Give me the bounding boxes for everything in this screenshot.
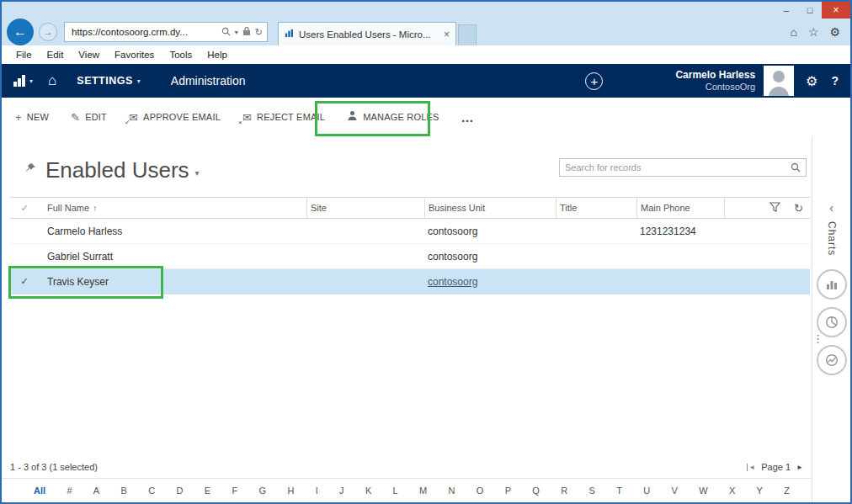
jump-letter-c[interactable]: C [148, 485, 155, 496]
chevron-down-icon[interactable]: ▾ [235, 29, 238, 36]
browser-forward-button[interactable]: → [39, 23, 57, 41]
url-text[interactable]: https://contosoorg.crm.dy... [72, 27, 221, 37]
nav-settings[interactable]: SETTINGS [77, 75, 133, 87]
reject-email-button[interactable]: ✉×REJECT EMAIL [242, 111, 325, 124]
menu-view[interactable]: View [71, 50, 107, 60]
window-minimize-button[interactable]: – [775, 2, 798, 19]
jump-letter-l[interactable]: L [393, 485, 398, 496]
jump-letter-j[interactable]: J [339, 485, 344, 496]
settings-chevron-icon[interactable]: ▾ [137, 77, 141, 85]
jump-letter-b[interactable]: B [121, 485, 127, 496]
window-maximize-button[interactable]: □ [798, 2, 822, 19]
browser-back-button[interactable]: ← [7, 19, 34, 45]
bar-chart-icon[interactable] [817, 269, 847, 300]
user-info[interactable]: Carmelo Harless ContosoOrg [675, 69, 755, 93]
jump-letter-z[interactable]: Z [784, 485, 790, 496]
browser-tab[interactable]: Users Enabled Users - Micro... × [278, 22, 456, 45]
avatar[interactable] [764, 66, 794, 96]
line-chart-icon[interactable] [817, 345, 847, 375]
cell-full-name[interactable]: Travis Keyser [39, 269, 306, 294]
settings-gear-icon[interactable]: ⚙ [829, 25, 840, 39]
search-magnifier-icon[interactable] [785, 162, 806, 172]
jump-letter-f[interactable]: F [232, 485, 237, 496]
jump-letter-p[interactable]: P [505, 485, 511, 496]
tab-close-icon[interactable]: × [444, 29, 450, 40]
new-button[interactable]: +NEW [15, 111, 49, 124]
jump-letter-e[interactable]: E [205, 485, 210, 496]
manage-roles-button[interactable]: MANAGE ROLES [347, 110, 439, 124]
cell-full-name[interactable]: Carmelo Harless [39, 219, 306, 243]
table-row[interactable]: Carmelo Harlesscontosoorg1231231234 [10, 219, 810, 244]
dynamics-logo-icon[interactable] [13, 75, 25, 87]
jump-letter-h[interactable]: H [287, 485, 294, 496]
window-close-button[interactable]: × [822, 2, 850, 19]
edit-button[interactable]: ✎EDIT [71, 111, 107, 124]
search-input[interactable] [560, 162, 785, 172]
jump-letter-s[interactable]: S [589, 485, 595, 496]
next-page-button[interactable]: ► [796, 464, 803, 471]
jump-letter-i[interactable]: I [316, 485, 318, 496]
first-page-button[interactable]: ◄ [747, 464, 755, 471]
jump-letter-m[interactable]: M [419, 485, 427, 496]
page-refresh-icon[interactable]: ↻ [255, 27, 263, 38]
new-tab-button[interactable] [458, 24, 477, 45]
grid-refresh-icon[interactable]: ↻ [794, 202, 803, 215]
charts-expand-icon[interactable]: ‹ [829, 202, 833, 214]
breadcrumb-administration[interactable]: Administration [171, 74, 246, 88]
column-title[interactable]: Title [556, 198, 636, 218]
jump-letter-x[interactable]: X [729, 485, 735, 496]
column-full-name[interactable]: Full Name↑ [39, 198, 306, 218]
cell-business-unit[interactable]: contosoorg [424, 269, 556, 294]
jump-letter-k[interactable]: K [365, 485, 371, 496]
search-icon[interactable] [221, 27, 231, 38]
crm-gear-icon[interactable]: ⚙ [806, 73, 817, 89]
address-bar[interactable]: https://contosoorg.crm.dy... ▾ ↻ [64, 22, 268, 42]
column-business-unit[interactable]: Business Unit [424, 198, 556, 218]
cell-full-name[interactable]: Gabriel Surratt [39, 244, 306, 268]
menu-file[interactable]: File [8, 50, 40, 60]
view-selector-chevron-icon[interactable]: ▾ [195, 168, 200, 178]
jump-letter-r[interactable]: R [561, 485, 567, 496]
logo-chevron-icon[interactable]: ▾ [29, 77, 33, 85]
jump-letter-u[interactable]: U [643, 485, 650, 496]
menu-edit[interactable]: Edit [40, 50, 72, 60]
row-checkbox[interactable] [10, 244, 39, 268]
row-checkbox[interactable]: ✓ [10, 269, 39, 294]
jump-letter-g[interactable]: G [258, 485, 266, 496]
jump-letter-q[interactable]: Q [532, 485, 540, 496]
table-row[interactable]: ✓Travis Keysercontosoorg [10, 269, 810, 294]
filter-icon[interactable] [769, 202, 780, 214]
jump-letter-w[interactable]: W [699, 485, 707, 496]
menu-tools[interactable]: Tools [162, 50, 200, 60]
jump-letter-#[interactable]: # [67, 485, 72, 496]
more-commands-button[interactable]: … [461, 110, 475, 125]
panel-drag-grip[interactable]: ⋮ [812, 332, 823, 345]
cell-business-unit[interactable]: contosoorg [424, 219, 556, 243]
home-icon[interactable]: ⌂ [790, 25, 796, 39]
jump-letter-v[interactable]: V [672, 485, 678, 496]
jump-letter-d[interactable]: D [176, 485, 183, 496]
crm-home-icon[interactable]: ⌂ [48, 72, 56, 89]
charts-panel-label[interactable]: Charts [826, 221, 838, 256]
jump-letter-o[interactable]: O [477, 485, 484, 496]
favorites-star-icon[interactable]: ☆ [808, 25, 819, 39]
cell-business-unit[interactable]: contosoorg [424, 244, 556, 268]
column-site[interactable]: Site [306, 198, 424, 218]
pin-icon[interactable] [24, 162, 37, 178]
sort-ascending-icon: ↑ [93, 204, 97, 213]
jump-letter-t[interactable]: T [616, 485, 622, 496]
jump-letter-all[interactable]: All [34, 485, 45, 496]
select-all-checkbox[interactable]: ✓ [10, 198, 39, 218]
jump-letter-a[interactable]: A [93, 485, 99, 496]
page-title[interactable]: Enabled Users [45, 157, 189, 183]
approve-email-button[interactable]: ✉✓APPROVE EMAIL [129, 111, 221, 124]
quick-create-button[interactable]: + [585, 72, 603, 90]
menu-help[interactable]: Help [200, 50, 235, 60]
column-main-phone[interactable]: Main Phone [636, 198, 724, 218]
jump-letter-n[interactable]: N [449, 485, 455, 496]
jump-letter-y[interactable]: Y [757, 485, 763, 496]
table-row[interactable]: Gabriel Surrattcontosoorg [10, 244, 810, 269]
menu-favorites[interactable]: Favorites [107, 50, 162, 60]
help-icon[interactable]: ? [831, 74, 839, 88]
row-checkbox[interactable] [10, 219, 39, 243]
